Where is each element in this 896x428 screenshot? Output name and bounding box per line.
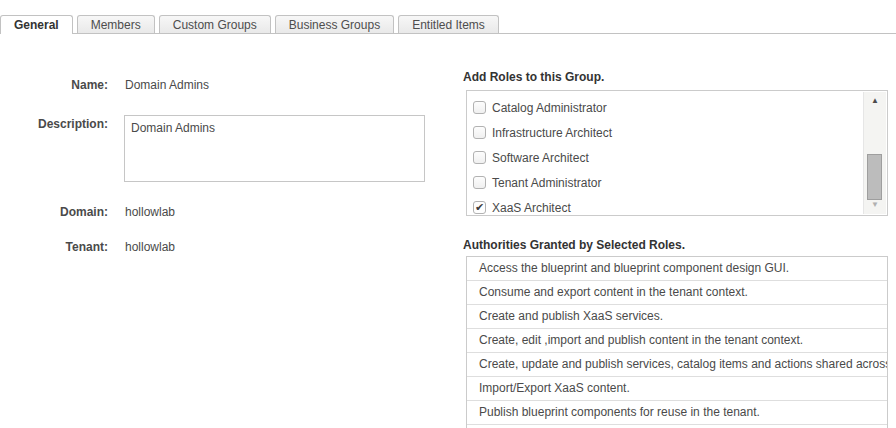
tab-members[interactable]: Members — [77, 15, 155, 33]
authority-row: Consume and export content in the tenant… — [467, 281, 887, 305]
tab-bar: GeneralMembersCustom GroupsBusiness Grou… — [0, 15, 896, 34]
checkbox-unchecked-icon[interactable] — [473, 151, 486, 164]
group-general-screen: GeneralMembersCustom GroupsBusiness Grou… — [0, 0, 896, 428]
scroll-up-icon[interactable]: ▲ — [864, 94, 886, 108]
role-row[interactable]: Software Architect — [467, 145, 887, 170]
domain-value: hollowlab — [125, 205, 175, 219]
role-row[interactable]: ✔XaaS Architect — [467, 195, 887, 220]
tab-general[interactable]: General — [0, 15, 73, 34]
checkbox-checked-icon[interactable]: ✔ — [473, 201, 486, 214]
roles-listbox: Catalog AdministratorInfrastructure Arch… — [466, 90, 888, 216]
authority-row: Create, edit ,import and publish content… — [467, 329, 887, 353]
roles-rows: Catalog AdministratorInfrastructure Arch… — [467, 95, 887, 220]
role-label: XaaS Architect — [492, 201, 571, 215]
authority-row: Create, update and publish services, cat… — [467, 353, 887, 377]
roles-header: Add Roles to this Group. — [463, 70, 604, 84]
checkbox-unchecked-icon[interactable] — [473, 176, 486, 189]
authorities-header: Authorities Granted by Selected Roles. — [463, 238, 685, 252]
roles-scrollbar[interactable]: ▲ ▼ — [863, 92, 886, 214]
scroll-down-icon[interactable]: ▼ — [864, 198, 886, 212]
tab-entitled-items[interactable]: Entitled Items — [398, 15, 499, 33]
tenant-value: hollowlab — [125, 240, 175, 254]
role-label: Tenant Administrator — [492, 176, 601, 190]
role-row[interactable]: Catalog Administrator — [467, 95, 887, 120]
authority-row: Import/Export XaaS content. — [467, 377, 887, 401]
authorities-listbox: Access the blueprint and blueprint compo… — [466, 256, 888, 428]
tab-business-groups[interactable]: Business Groups — [275, 15, 394, 33]
name-value: Domain Admins — [125, 78, 209, 92]
tenant-label: Tenant: — [0, 240, 108, 254]
authority-row: Publish blueprint components for reuse i… — [467, 401, 887, 425]
checkbox-unchecked-icon[interactable] — [473, 126, 486, 139]
role-label: Software Architect — [492, 151, 589, 165]
role-row[interactable]: Tenant Administrator — [467, 170, 887, 195]
authority-row: Create and publish XaaS services. — [467, 305, 887, 329]
name-label: Name: — [0, 78, 108, 92]
domain-label: Domain: — [0, 205, 108, 219]
role-label: Infrastructure Architect — [492, 126, 612, 140]
scrollbar-thumb[interactable] — [867, 154, 882, 200]
role-label: Catalog Administrator — [492, 101, 607, 115]
tab-custom-groups[interactable]: Custom Groups — [159, 15, 271, 33]
description-label: Description: — [0, 117, 108, 131]
authority-row: Access the blueprint and blueprint compo… — [467, 257, 887, 281]
checkbox-unchecked-icon[interactable] — [473, 101, 486, 114]
description-textarea[interactable]: Domain Admins — [124, 115, 425, 182]
role-row[interactable]: Infrastructure Architect — [467, 120, 887, 145]
